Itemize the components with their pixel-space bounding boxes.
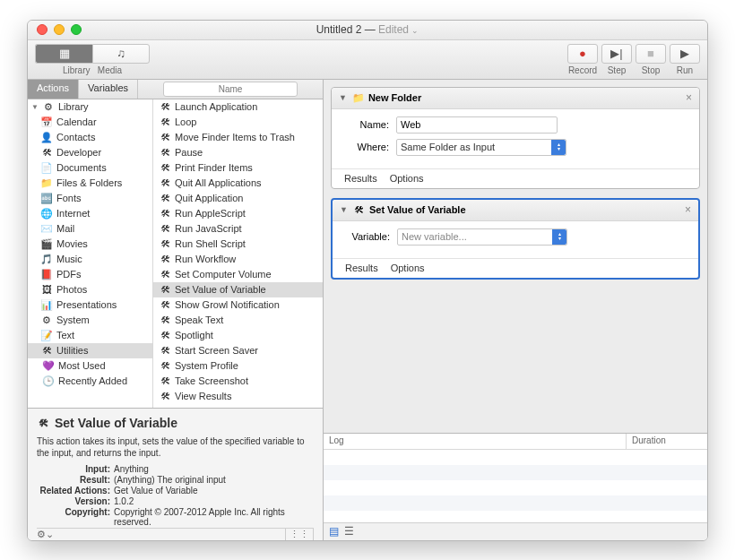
library-item[interactable]: 🔤Fonts <box>28 191 152 206</box>
window-title[interactable]: Untitled 2 — Edited ⌄ <box>28 23 707 36</box>
action-item[interactable]: 🛠Set Value of Variable <box>153 282 323 297</box>
library-item[interactable]: 📝Text <box>28 328 152 343</box>
library-item[interactable]: 🛠Developer <box>28 145 152 160</box>
action-item[interactable]: 🛠Run AppleScript <box>153 206 323 221</box>
library-item[interactable]: 🌐Internet <box>28 206 152 221</box>
library-item[interactable]: 🛠Utilities <box>28 343 152 358</box>
library-item[interactable]: 🎵Music <box>28 252 152 267</box>
library-item[interactable]: 📕PDFs <box>28 267 152 282</box>
gear-icon[interactable]: ⚙⌄ <box>37 529 54 540</box>
action-item[interactable]: 🛠Move Finder Items to Trash <box>153 130 323 145</box>
action-item[interactable]: 🛠Show Growl Notification <box>153 297 323 313</box>
action-item[interactable]: 🛠Run Shell Script <box>153 237 323 252</box>
resize-handle[interactable]: ⋮⋮ <box>285 529 314 540</box>
action-item[interactable]: 🛠Run JavaScript <box>153 221 323 237</box>
action-info: 🛠Set Value of Variable This action takes… <box>28 408 323 540</box>
toolbar: ▦ ♫ Library Media ●Record ▶|Step ■Stop ▶… <box>28 40 707 80</box>
step-button[interactable]: ▶|Step <box>601 44 632 75</box>
library-item[interactable]: ▶💜Most Used <box>28 358 152 374</box>
run-button[interactable]: ▶Run <box>670 44 700 75</box>
actions-list[interactable]: 🛠Launch Application🛠Loop🛠Move Finder Ite… <box>153 99 323 408</box>
library-media-segment: ▦ ♫ Library Media <box>35 44 150 75</box>
tab-actions[interactable]: Actions <box>28 80 79 99</box>
log-view-2[interactable]: ☰ <box>344 525 354 538</box>
action-item[interactable]: 🛠Pause <box>153 145 323 160</box>
library-item[interactable]: ▶🕒Recently Added <box>28 374 152 389</box>
action-new-folder[interactable]: ▼📁New Folder× Name: Where:Same Folder as… <box>331 87 700 189</box>
folder-name-input[interactable] <box>396 116 558 134</box>
close-icon[interactable]: × <box>685 203 691 216</box>
library-item[interactable]: 📊Presentations <box>28 297 152 313</box>
workflow-panel: ▼📁New Folder× Name: Where:Same Folder as… <box>324 80 707 540</box>
library-item[interactable]: 👤Contacts <box>28 130 152 145</box>
info-footer: ⚙⌄ ⋮⋮ <box>37 528 314 540</box>
action-item[interactable]: 🛠Loop <box>153 115 323 130</box>
library-item[interactable]: ✉️Mail <box>28 221 152 237</box>
action-item[interactable]: 🛠Start Screen Saver <box>153 343 323 358</box>
library-item[interactable]: 📁Files & Folders <box>28 176 152 191</box>
library-root[interactable]: ▼⚙Library <box>28 99 152 115</box>
action-item[interactable]: 🛠Set Computer Volume <box>153 267 323 282</box>
log-view-1[interactable]: ▤ <box>329 525 339 538</box>
results-tab[interactable]: Results <box>344 173 377 184</box>
action-item[interactable]: 🛠Print Finder Items <box>153 160 323 176</box>
library-item[interactable]: 🎬Movies <box>28 237 152 252</box>
action-item[interactable]: 🛠Quit Application <box>153 191 323 206</box>
folder-icon: 📁 <box>352 91 365 104</box>
tab-variables[interactable]: Variables <box>79 80 138 99</box>
options-tab[interactable]: Options <box>390 173 424 184</box>
stop-button[interactable]: ■Stop <box>636 44 666 75</box>
library-toggle[interactable]: ▦ <box>35 44 92 64</box>
results-tab[interactable]: Results <box>345 263 378 273</box>
media-toggle[interactable]: ♫ <box>92 44 150 64</box>
automator-window: Untitled 2 — Edited ⌄ ▦ ♫ Library Media … <box>27 20 708 541</box>
hammer-icon: 🛠 <box>37 417 49 429</box>
library-panel: Actions Variables ▼⚙Library📅Calendar👤Con… <box>28 80 324 540</box>
action-item[interactable]: 🛠Speak Text <box>153 313 323 328</box>
library-categories[interactable]: ▼⚙Library📅Calendar👤Contacts🛠Developer📄Do… <box>28 99 153 408</box>
action-item[interactable]: 🛠View Results <box>153 389 323 404</box>
hammer-icon: 🛠 <box>353 203 366 216</box>
close-icon[interactable]: × <box>686 91 692 104</box>
action-item[interactable]: 🛠Launch Application <box>153 99 323 115</box>
action-item[interactable]: 🛠Spotlight <box>153 328 323 343</box>
library-item[interactable]: ⚙System <box>28 313 152 328</box>
library-item[interactable]: 🖼Photos <box>28 282 152 297</box>
variable-select[interactable]: New variable...▴▾ <box>397 228 567 246</box>
action-item[interactable]: 🛠Run Workflow <box>153 252 323 267</box>
search-input[interactable] <box>163 82 298 97</box>
library-item[interactable]: 📅Calendar <box>28 115 152 130</box>
record-button[interactable]: ●Record <box>567 44 598 75</box>
action-item[interactable]: 🛠System Profile <box>153 358 323 374</box>
action-set-variable[interactable]: ▼🛠Set Value of Variable× Variable:New va… <box>331 198 700 280</box>
log-body[interactable] <box>324 450 707 522</box>
action-item[interactable]: 🛠Quit All Applications <box>153 176 323 191</box>
options-tab[interactable]: Options <box>391 263 425 273</box>
where-select[interactable]: Same Folder as Input▴▾ <box>396 139 566 156</box>
action-item[interactable]: 🛠Take Screenshot <box>153 374 323 389</box>
library-item[interactable]: 📄Documents <box>28 160 152 176</box>
titlebar[interactable]: Untitled 2 — Edited ⌄ <box>28 21 707 40</box>
log-panel: LogDuration ▤ ☰ <box>324 433 707 540</box>
